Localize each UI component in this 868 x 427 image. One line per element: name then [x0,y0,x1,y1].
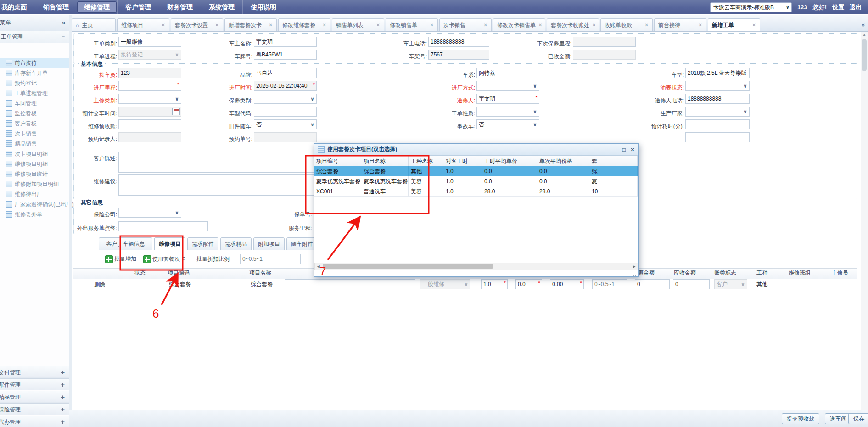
close-icon[interactable]: ✕ [752,23,756,28]
receiver-input[interactable] [118,68,181,78]
submit-prepay-button[interactable]: 提交预收款 [782,413,819,424]
vin-input[interactable] [428,50,489,60]
modal-header-hours[interactable]: 对客工时 [443,156,482,166]
bottom-tab-required-boutique[interactable]: 需求精品 [220,237,252,250]
entry-mileage-input[interactable] [118,81,181,91]
series-input[interactable] [476,68,539,78]
dialog-titlebar[interactable]: 使用套餐次卡项目(双击选择) □ ✕ [314,144,638,156]
row-amount-input[interactable] [550,279,584,289]
tab-package-card-setting[interactable]: 套餐次卡设置✕ [171,18,223,31]
row-discount-input[interactable] [592,279,627,289]
close-icon[interactable]: ✕ [215,23,219,28]
expected-minutes-input[interactable] [685,119,750,129]
row-repair-type-select[interactable]: 一般维修∨ [420,279,470,289]
modal-header-work-type[interactable]: 工种名称 [409,156,443,166]
order-progress-select[interactable]: 接待登记∨ [118,50,181,60]
account-select[interactable]: 卡派云车商演示-标准版B ∨ [710,2,792,12]
expand-plus-icon[interactable]: + [61,379,65,390]
outside-service-input[interactable] [118,221,208,231]
entry-method-select[interactable]: ∨ [476,81,539,91]
extra-right-input[interactable] [685,132,750,142]
row-discount-amount-input[interactable] [635,279,670,289]
entry-time-input[interactable] [254,81,317,91]
order-nature-select[interactable]: ∨ [476,107,539,117]
order-type-input[interactable] [118,37,181,47]
modal-row-summer-wash[interactable]: 夏季优惠洗车套餐 夏季优惠洗车套餐 美容 1.0 0.0 0.0 夏 [314,176,638,186]
send-to-workshop-button[interactable]: 送车间 [825,413,851,424]
insurance-company-select[interactable]: ∨ [118,208,181,218]
scrollbar-thumb[interactable] [862,39,867,71]
tab-edit-sales[interactable]: 修改销售单✕ [386,18,438,31]
expand-plus-icon[interactable]: + [61,366,65,377]
delete-row-link[interactable]: 删除 [94,279,105,290]
nav-customer[interactable]: 客户管理 [117,0,159,14]
sidebar-section-delivery[interactable]: 交付管理+ [0,366,69,378]
reservation-no-input[interactable] [254,132,317,142]
close-icon[interactable]: ✕ [484,23,487,28]
row-name-input[interactable] [285,279,415,289]
expand-plus-icon[interactable]: + [61,391,65,402]
row-account-flag-select[interactable]: 客户∨ [714,279,747,289]
tab-overflow-icon[interactable]: » [860,23,867,27]
sidebar-section-insurance[interactable]: 保险管理+ [0,403,69,415]
bottom-tab-repair-items[interactable]: 维修项目 [154,237,185,250]
close-icon[interactable]: ✕ [269,23,273,28]
repair-prepay-input[interactable] [118,119,181,129]
scroll-up-icon[interactable]: ▲ [861,32,868,38]
batch-add-button[interactable]: 批量增加 [114,253,136,264]
modal-header-item-code[interactable]: 项目编号 [314,156,361,166]
modal-header-avg-price[interactable]: 单次平均价格 [537,156,589,166]
nav-help[interactable]: 使用说明 [242,0,284,14]
scrollbar-thumb[interactable] [323,264,493,269]
sidebar-section-agency[interactable]: 代办管理+ [0,416,69,427]
modal-row-combo-package[interactable]: 综合套餐 综合套餐 其他 1.0 0.0 0.0 综 [314,166,638,176]
modal-horizontal-scrollbar[interactable]: ◀ ▶ [314,263,638,270]
nav-my-desktop[interactable]: 我的桌面 [0,0,35,14]
sidebar-section-boutique[interactable]: 精品管理+ [0,391,69,403]
fuel-gauge-select[interactable]: ∨ [685,81,750,91]
row-receivable-input[interactable] [673,279,710,289]
tab-new-work-order[interactable]: 新增工单✕ [708,18,760,31]
brand-input[interactable] [254,68,317,78]
close-icon[interactable]: ✕ [162,23,165,28]
expand-plus-icon[interactable]: + [61,416,65,427]
sidebar-item-factory-claim[interactable]: 厂家索赔待确认(已出厂) [0,199,69,209]
modal-header-avg-unit-price[interactable]: 工时平均单价 [482,156,537,166]
nav-sales[interactable]: 销售管理 [35,0,77,14]
scroll-left-icon[interactable]: ◀ [315,263,322,270]
owner-phone-input[interactable] [428,37,489,47]
model-input[interactable] [685,68,750,78]
close-icon[interactable]: ✕ [538,23,542,28]
settings-link[interactable]: 设置 [832,3,844,11]
plate-no-input[interactable] [254,50,317,60]
modal-header-package[interactable]: 套 [589,156,638,166]
tab-edit-repair-package[interactable]: 修改维修套餐✕ [278,18,330,31]
tab-front-desk[interactable]: 前台接待✕ [654,18,706,31]
bottom-tab-addon-items[interactable]: 附加项目 [253,237,285,250]
tab-card-sales[interactable]: 次卡销售✕ [439,18,492,31]
save-button[interactable]: 保存 [848,413,868,424]
logout-link[interactable]: 退出 [850,3,862,11]
bottom-tab-customer-vehicle[interactable]: 客户、车辆信息 [99,237,152,250]
next-maintain-mileage-input[interactable] [573,37,636,47]
nav-finance[interactable]: 财务管理 [159,0,201,14]
close-icon[interactable]: ✕ [645,23,649,28]
batch-discount-input[interactable] [240,254,301,264]
bottom-tab-car-attachments[interactable]: 随车附件 [286,237,318,250]
manufacturer-select[interactable]: ∨ [685,107,750,117]
sender-phone-input[interactable] [685,94,750,104]
use-package-card-button[interactable]: 使用套餐次卡 [152,253,185,264]
nav-system[interactable]: 系统管理 [201,0,242,14]
close-icon[interactable]: ✕ [430,23,434,28]
nav-repair[interactable]: 维修管理 [77,1,117,13]
main-repair-type-select[interactable]: ∨ [118,94,181,104]
tab-sales-list[interactable]: 销售单列表✕ [332,18,384,31]
reservation-recorder-input[interactable] [118,132,181,142]
tab-receipt-collect[interactable]: 收账单收款✕ [600,18,653,31]
maintain-type-select[interactable]: ∨ [254,94,317,104]
close-icon[interactable]: ✕ [699,23,702,28]
modal-row-normal-wash[interactable]: XC001 普通洗车 美容 1.0 28.0 28.0 10 [314,186,638,197]
close-icon[interactable]: ✕ [592,23,596,28]
modal-header-item-name[interactable]: 项目名称 [361,156,409,166]
close-icon[interactable]: ✕ [630,147,635,152]
